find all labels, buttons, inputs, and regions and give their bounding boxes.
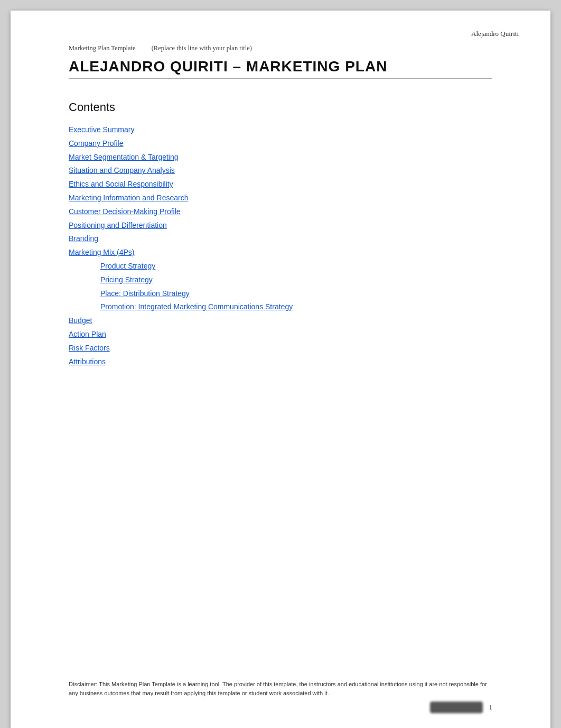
toc-item[interactable]: Ethics and Social Responsibility [69,180,173,188]
header-line: Marketing Plan Template (Replace this li… [69,44,492,52]
toc-item[interactable]: Customer Decision-Making Profile [69,207,181,216]
contents-heading: Contents [69,100,492,114]
toc-item[interactable]: Executive Summary [69,125,134,134]
toc-item[interactable]: Company Profile [69,139,124,148]
page-number: 1 [489,703,493,712]
toc-item[interactable]: Positioning and Differentiation [69,221,167,229]
toc-list: Executive SummaryCompany ProfileMarket S… [69,124,492,368]
contents-section: Contents Executive SummaryCompany Profil… [69,100,492,369]
toc-item[interactable]: Situation and Company Analysis [69,166,175,174]
toc-item[interactable]: Promotion: Integrated Marketing Communic… [100,302,293,311]
toc-item[interactable]: Place: Distribution Strategy [100,289,190,298]
toc-item[interactable]: Market Segmentation & Targeting [69,153,179,161]
document-page: Alejandro Quiriti Marketing Plan Templat… [11,11,550,728]
author-name: Alejandro Quiriti [471,30,519,38]
disclaimer-text: Disclaimer: This Marketing Plan Template… [69,680,492,697]
main-title: ALEJANDRO QUIRITI – MARKETING PLAN [69,58,492,79]
toc-item[interactable]: Action Plan [69,330,106,338]
replace-text: (Replace this line with your plan title) [152,44,252,52]
template-label: Marketing Plan Template [69,44,136,52]
page-footer: 1 [430,702,493,713]
toc-item[interactable]: Branding [69,234,98,243]
toc-item[interactable]: Budget [69,316,92,325]
toc-item[interactable]: Attributions [69,357,106,366]
footer-blur [430,702,483,713]
toc-item[interactable]: Marketing Information and Research [69,193,188,202]
toc-item[interactable]: Product Strategy [100,262,155,270]
toc-item[interactable]: Marketing Mix (4Ps) [69,248,134,256]
toc-item[interactable]: Risk Factors [69,344,110,352]
toc-item[interactable]: Pricing Strategy [100,275,153,284]
